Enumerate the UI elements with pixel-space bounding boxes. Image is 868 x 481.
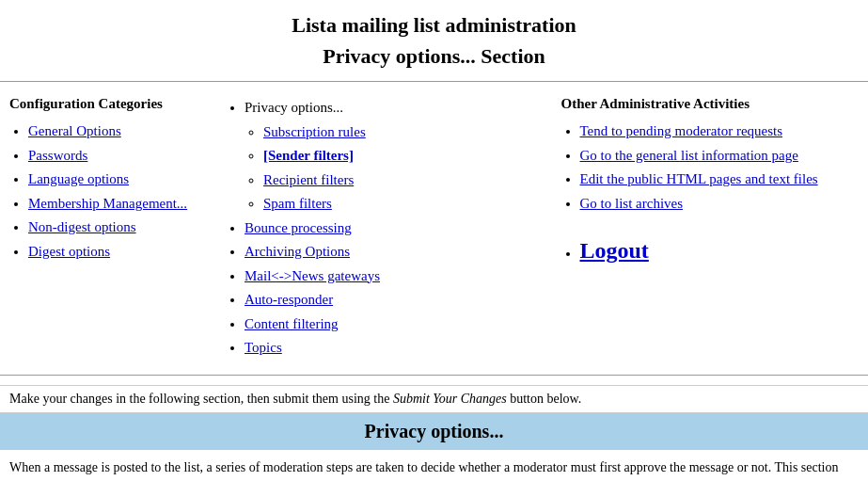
auto-responder-link[interactable]: Auto-responder	[245, 292, 333, 307]
list-item: Tend to pending moderator requests	[580, 120, 860, 144]
config-heading: Configuration Categories	[9, 96, 226, 112]
instruction-text-before: Make your changes in the following secti…	[9, 392, 393, 406]
list-item: Auto-responder	[245, 288, 524, 313]
general-list-info-link[interactable]: Go to the general list information page	[580, 148, 798, 163]
list-item: Archiving Options	[245, 240, 524, 265]
privacy-section-title: Privacy options...	[365, 421, 504, 441]
bounce-processing-link[interactable]: Bounce processing	[245, 220, 352, 235]
archiving-options-link[interactable]: Archiving Options	[245, 244, 350, 259]
list-item: Edit the public HTML pages and text file…	[580, 168, 860, 192]
subscription-rules-link[interactable]: Subscription rules	[263, 124, 366, 139]
top-divider	[0, 81, 868, 82]
list-item: General Options	[28, 120, 226, 144]
list-archives-link[interactable]: Go to list archives	[580, 196, 684, 211]
privacy-section-header: Privacy options...	[0, 413, 868, 450]
description-para-1: When a message is posted to the list, a …	[9, 457, 859, 482]
list-item: Bounce processing	[245, 216, 524, 241]
privacy-sub-list: Subscription rules [Sender filters] Reci…	[263, 120, 524, 216]
mail-news-link[interactable]: Mail<->News gateways	[245, 268, 380, 283]
config-middle: Privacy options... Subscription rules [S…	[226, 96, 524, 361]
description-text: When a message is posted to the list, a …	[0, 450, 868, 482]
page-title: Lista mailing list administration Privac…	[0, 9, 868, 72]
spam-filters-link[interactable]: Spam filters	[263, 196, 332, 211]
list-item: Language options	[28, 168, 226, 192]
list-item: [Sender filters]	[263, 144, 524, 168]
list-item: Digest options	[28, 240, 226, 265]
logout-link[interactable]: Logout	[580, 238, 649, 263]
list-item: Membership Management...	[28, 192, 226, 216]
config-right: Other Administrative Activities Tend to …	[524, 96, 860, 361]
list-item: Passwords	[28, 144, 226, 168]
other-activities-list: Tend to pending moderator requests Go to…	[580, 120, 860, 216]
general-options-link[interactable]: General Options	[28, 123, 121, 138]
language-options-link[interactable]: Language options	[28, 171, 129, 186]
config-left: Configuration Categories General Options…	[9, 96, 226, 361]
pending-moderator-link[interactable]: Tend to pending moderator requests	[580, 123, 783, 138]
list-item: Logout	[580, 232, 860, 270]
middle-nav-list: Privacy options... Subscription rules [S…	[245, 96, 524, 361]
list-item: Go to list archives	[580, 192, 860, 216]
edit-html-link[interactable]: Edit the public HTML pages and text file…	[580, 171, 818, 186]
middle-divider	[0, 375, 868, 376]
privacy-options-heading: Privacy options...	[245, 100, 343, 115]
list-item: Mail<->News gateways	[245, 265, 524, 289]
config-section: Configuration Categories General Options…	[0, 91, 868, 365]
non-digest-link[interactable]: Non-digest options	[28, 219, 136, 234]
digest-link[interactable]: Digest options	[28, 244, 110, 259]
passwords-link[interactable]: Passwords	[28, 148, 87, 163]
left-nav-list: General Options Passwords Language optio…	[28, 120, 226, 264]
content-filtering-link[interactable]: Content filtering	[245, 316, 339, 331]
membership-link[interactable]: Membership Management...	[28, 196, 187, 211]
other-activities-heading: Other Administrative Activities	[561, 96, 860, 112]
list-item: Subscription rules	[263, 120, 524, 145]
instruction-text-after: button below.	[507, 392, 582, 406]
list-item: Non-digest options	[28, 216, 226, 240]
logout-list: Logout	[580, 232, 860, 270]
list-item: Content filtering	[245, 313, 524, 337]
sender-filters-link[interactable]: [Sender filters]	[263, 148, 354, 163]
list-item: Privacy options... Subscription rules [S…	[245, 96, 524, 216]
recipient-filters-link[interactable]: Recipient filters	[263, 172, 354, 187]
list-item: Go to the general list information page	[580, 144, 860, 168]
topics-link[interactable]: Topics	[245, 340, 282, 355]
list-item: Recipient filters	[263, 168, 524, 193]
submit-changes-label: Submit Your Changes	[393, 392, 507, 406]
instruction-bar: Make your changes in the following secti…	[0, 385, 868, 413]
list-item: Topics	[245, 336, 524, 361]
list-item: Spam filters	[263, 192, 524, 216]
